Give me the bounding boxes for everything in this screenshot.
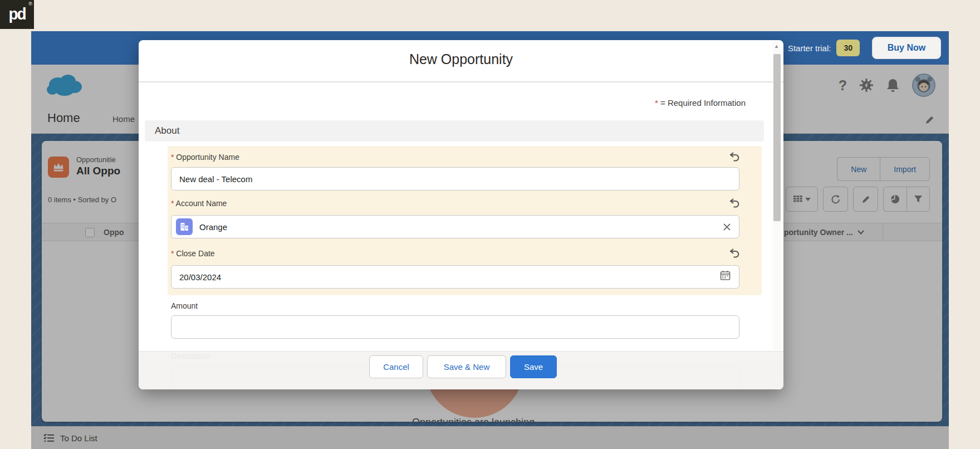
save-and-new-button[interactable]: Save & New (427, 355, 506, 378)
buy-now-button[interactable]: Buy Now (872, 37, 941, 59)
registered-mark: ® (28, 1, 32, 7)
account-lookup-pill[interactable]: Orange (171, 215, 739, 238)
trial-days-badge: 30 (836, 40, 860, 56)
trial-label: Starter trial: (788, 43, 831, 53)
scroll-up-arrow[interactable]: ▲ (774, 43, 779, 49)
modal-scrollbar[interactable]: ▲ (773, 41, 781, 350)
opportunity-name-input[interactable] (171, 167, 739, 191)
new-opportunity-modal: New Opportunity * = Required Information… (139, 40, 783, 389)
modal-title: New Opportunity (139, 51, 783, 67)
account-lookup-value: Orange (199, 222, 722, 232)
screen: pd ® Starter trial: 30 Buy Now (0, 0, 980, 449)
modal-footer: Cancel Save & New Save (139, 351, 783, 389)
undo-icon (729, 152, 739, 162)
field-account-name-label: * Account Name (171, 199, 227, 208)
field-amount-label: Amount (171, 301, 198, 310)
date-picker-button[interactable] (720, 270, 731, 281)
field-account-name-labelrow: * Account Name (171, 198, 739, 208)
undo-account-name-button[interactable] (729, 198, 739, 208)
undo-close-date-button[interactable] (729, 248, 739, 258)
edited-fields-zone: * Opportunity Name * Account Name (168, 146, 762, 295)
account-icon (176, 218, 193, 235)
clear-account-button[interactable] (722, 222, 732, 232)
cancel-button[interactable]: Cancel (369, 355, 423, 378)
undo-icon (729, 248, 739, 258)
amount-input[interactable] (171, 315, 739, 339)
calendar-icon (720, 270, 731, 281)
required-note: * = Required Information (655, 98, 746, 108)
close-icon (723, 223, 731, 231)
modal-footer-buttons: Cancel Save & New Save (369, 355, 557, 378)
field-close-date-label: * Close Date (171, 249, 215, 258)
field-opportunity-name-labelrow: * Opportunity Name (171, 152, 739, 162)
pandadoc-logo-text: pd (8, 5, 25, 24)
field-opportunity-name-label: * Opportunity Name (171, 153, 239, 162)
save-button[interactable]: Save (510, 355, 557, 378)
modal-divider (139, 81, 783, 82)
section-about: About (145, 120, 764, 141)
section-about-label: About (155, 125, 179, 136)
pandadoc-logo: pd ® (0, 0, 34, 29)
close-date-input[interactable] (171, 265, 739, 289)
undo-opportunity-name-button[interactable] (729, 152, 739, 162)
field-close-date-labelrow: * Close Date (171, 248, 739, 258)
scrollbar-thumb[interactable] (773, 54, 781, 221)
undo-icon (729, 198, 739, 208)
required-asterisk: * (655, 98, 658, 108)
